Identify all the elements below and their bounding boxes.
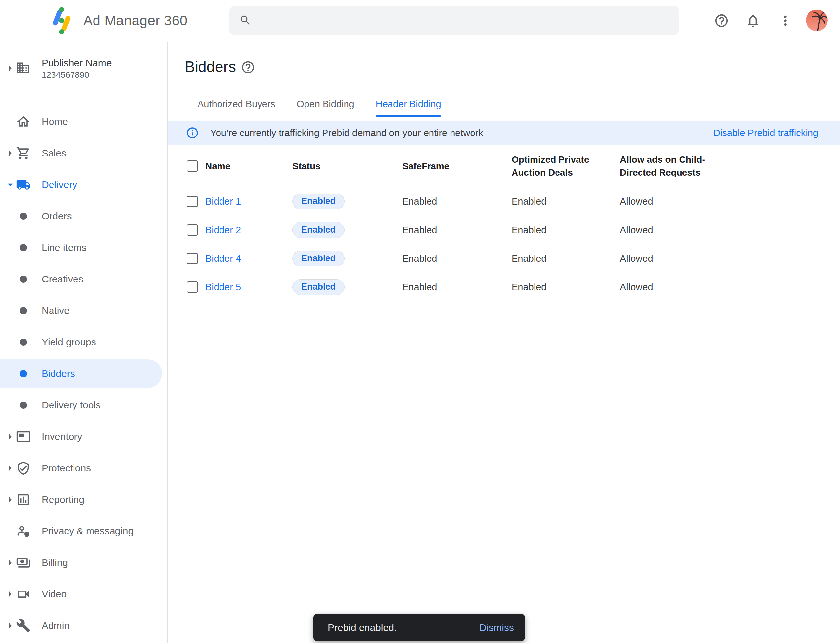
opad-value: Enabled: [512, 196, 620, 207]
row-checkbox[interactable]: [187, 196, 198, 207]
sidebar-item-billing[interactable]: Billing: [0, 547, 167, 578]
sidebar-item-orders[interactable]: Orders: [0, 201, 167, 232]
sidebar: Publisher Name 1234567890 Home Sales Del…: [0, 42, 168, 643]
sidebar-item-home[interactable]: Home: [0, 106, 167, 137]
sidebar-item-admin[interactable]: Admin: [0, 610, 167, 641]
tab-bar: Authorized Buyers Open Bidding Header Bi…: [198, 94, 462, 118]
column-header-status: Status: [293, 160, 402, 173]
publisher-id: 1234567890: [42, 70, 89, 80]
more-options-button[interactable]: [778, 13, 793, 28]
bidder-link[interactable]: Bidder 5: [206, 282, 241, 292]
sidebar-item-bidders[interactable]: Bidders: [0, 358, 167, 389]
person-shield-icon: [16, 524, 31, 539]
expand-right-icon: [4, 493, 16, 506]
sidebar-nav: Home Sales Delivery Orders Line items Cr…: [0, 106, 167, 641]
safeframe-value: Enabled: [402, 225, 512, 235]
sidebar-item-sales[interactable]: Sales: [0, 137, 167, 169]
toast: Prebid enabled. Dismiss: [313, 614, 525, 641]
menu-button[interactable]: [16, 12, 33, 29]
home-icon: [16, 114, 31, 129]
brand: Ad Manager 360: [49, 6, 188, 36]
sidebar-item-native[interactable]: Native: [0, 295, 167, 326]
palm-tree-avatar-image: [806, 10, 827, 31]
table-row: Bidder 4 Enabled Enabled Enabled Allowed: [168, 245, 840, 273]
shield-check-icon: [16, 461, 31, 475]
sidebar-item-yield-groups[interactable]: Yield groups: [0, 326, 167, 358]
page-title: Bidders: [185, 58, 236, 75]
sidebar-item-line-items[interactable]: Line items: [0, 232, 167, 263]
delivery-truck-icon: [16, 178, 31, 192]
tab-authorized-buyers[interactable]: Authorized Buyers: [198, 94, 275, 118]
expand-right-icon: [4, 619, 16, 632]
column-header-allow-ads-child-directed: Allow ads on Child-Directed Requests: [620, 153, 840, 179]
disable-prebid-trafficking-link[interactable]: Disable Prebid trafficking: [713, 127, 818, 139]
sidebar-item-delivery[interactable]: Delivery: [0, 169, 167, 201]
bidder-link[interactable]: Bidder 1: [206, 196, 241, 207]
search-input[interactable]: [259, 10, 679, 30]
more-vertical-icon: [778, 13, 793, 28]
bullet-icon: [20, 339, 27, 346]
expand-right-icon: [4, 462, 16, 474]
bullet-icon: [20, 244, 27, 251]
row-checkbox[interactable]: [187, 253, 198, 264]
row-checkbox[interactable]: [187, 281, 198, 293]
opad-value: Enabled: [512, 253, 620, 264]
expand-right-icon: [4, 557, 16, 569]
app-name: Ad Manager 360: [83, 13, 188, 29]
videocam-icon: [16, 587, 31, 601]
help-button[interactable]: [714, 13, 729, 28]
topbar: Ad Manager 360: [0, 0, 840, 41]
sidebar-item-creatives[interactable]: Creatives: [0, 263, 167, 295]
bidder-link[interactable]: Bidder 4: [206, 253, 241, 264]
banner-message: You’re currently trafficking Prebid dema…: [210, 127, 483, 139]
bar-chart-icon: [16, 493, 31, 507]
bidder-link[interactable]: Bidder 2: [206, 225, 241, 235]
bullet-icon: [20, 212, 27, 220]
payments-icon: [16, 555, 31, 570]
tab-open-bidding[interactable]: Open Bidding: [297, 94, 355, 118]
column-header-safeframe: SafeFrame: [402, 160, 512, 173]
notifications-button[interactable]: [745, 13, 761, 28]
main-content: Bidders Authorized Buyers Open Bidding H…: [168, 42, 840, 643]
column-header-optimized-private-auction-deals: Optimized Private Auction Deals: [512, 153, 620, 179]
child-directed-value: Allowed: [620, 196, 840, 207]
opad-value: Enabled: [512, 282, 620, 293]
expand-down-icon: [4, 178, 16, 191]
safeframe-value: Enabled: [402, 282, 512, 293]
search-icon: [239, 14, 252, 26]
safeframe-value: Enabled: [402, 196, 512, 207]
row-checkbox[interactable]: [187, 224, 198, 235]
shopping-cart-icon: [16, 146, 31, 160]
search-bar[interactable]: [229, 6, 679, 35]
status-badge: Enabled: [293, 222, 345, 238]
bullet-icon: [20, 307, 27, 314]
sidebar-item-delivery-tools[interactable]: Delivery tools: [0, 389, 167, 421]
table-header-row: Name Status SafeFrame Optimized Private …: [168, 145, 840, 187]
tab-header-bidding[interactable]: Header Bidding: [376, 94, 441, 118]
ad-manager-logo-icon: [49, 6, 74, 36]
expand-right-icon: [4, 431, 16, 443]
expand-right-icon: [4, 588, 16, 601]
select-all-checkbox[interactable]: [187, 160, 198, 171]
column-header-name: Name: [206, 160, 293, 173]
account-avatar[interactable]: [806, 10, 827, 31]
table-row: Bidder 5 Enabled Enabled Enabled Allowed: [168, 273, 840, 302]
help-icon: [714, 13, 729, 28]
sidebar-item-protections[interactable]: Protections: [0, 452, 167, 484]
building-icon: [16, 61, 30, 75]
prebid-status-banner: You’re currently trafficking Prebid dema…: [168, 121, 840, 145]
toast-message: Prebid enabled.: [328, 622, 397, 633]
table-row: Bidder 2 Enabled Enabled Enabled Allowed: [168, 216, 840, 245]
page-help-icon[interactable]: [241, 60, 255, 75]
toast-dismiss-button[interactable]: Dismiss: [479, 622, 514, 633]
sidebar-item-privacy-messaging[interactable]: Privacy & messaging: [0, 516, 167, 547]
child-directed-value: Allowed: [620, 282, 840, 293]
sidebar-item-video[interactable]: Video: [0, 578, 167, 610]
sidebar-item-inventory[interactable]: Inventory: [0, 421, 167, 452]
safeframe-value: Enabled: [402, 253, 512, 264]
bullet-icon: [20, 370, 27, 377]
table-row: Bidder 1 Enabled Enabled Enabled Allowed: [168, 187, 840, 216]
publisher-selector[interactable]: Publisher Name 1234567890: [0, 42, 167, 94]
sidebar-item-reporting[interactable]: Reporting: [0, 484, 167, 516]
expand-right-icon: [4, 62, 16, 75]
